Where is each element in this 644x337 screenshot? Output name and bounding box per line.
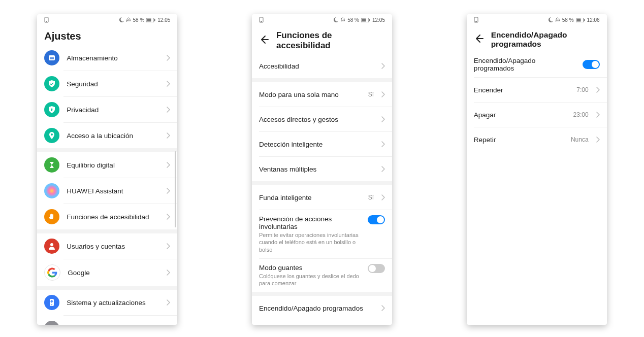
svg-rect-1: [46, 21, 47, 22]
toggle-switch[interactable]: [368, 215, 385, 224]
settings-row[interactable]: Modo para una sola manoSí: [252, 82, 392, 107]
about-icon: [44, 321, 59, 325]
back-arrow-icon: [259, 35, 269, 45]
row-value: Sí: [368, 194, 374, 201]
settings-row[interactable]: Ventanas múltiples: [252, 157, 392, 181]
row-subtitle: Colóquese los guantes y deslice el dedo …: [259, 273, 361, 287]
settings-row[interactable]: Accesibilidad: [252, 54, 392, 78]
page-title: Funciones de accesibilidad: [276, 30, 385, 51]
svg-rect-19: [261, 21, 262, 22]
chevron-right-icon: [381, 91, 385, 97]
row-label: Accesos directos y gestos: [259, 116, 374, 123]
battery-icon: [576, 18, 585, 22]
chevron-right-icon: [166, 188, 170, 194]
clock-text: 12:06: [587, 17, 600, 23]
settings-row[interactable]: Usuarios y cuentas: [37, 233, 177, 259]
row-label: Ventanas múltiples: [259, 165, 374, 173]
status-bar: 58 % 12:05: [252, 14, 392, 25]
svg-rect-29: [584, 19, 585, 21]
phone-accessibility: 58 % 12:05 Funciones de accesibilidad Ac…: [252, 14, 392, 325]
svg-rect-25: [475, 21, 477, 22]
chevron-right-icon: [381, 166, 385, 172]
moon-icon: [119, 17, 124, 22]
toggle-switch[interactable]: [583, 60, 600, 69]
settings-row[interactable]: Acerca del teléfono: [37, 316, 177, 325]
back-button[interactable]: [474, 33, 484, 46]
system-icon: [44, 295, 59, 310]
settings-row[interactable]: Encendido/Apagado programados: [252, 296, 392, 320]
chevron-right-icon: [381, 141, 385, 147]
chevron-right-icon: [166, 269, 170, 276]
row-label: Modo guantes: [259, 264, 361, 272]
battery-icon: [146, 18, 155, 22]
settings-row[interactable]: Google: [37, 259, 177, 286]
row-label: Encendido/Apagado programados: [259, 305, 374, 312]
row-value: Sí: [368, 91, 374, 98]
row-label: Detección inteligente: [259, 141, 374, 148]
alarm-off-icon: [555, 17, 560, 22]
row-label: Sistema y actualizaciones: [67, 299, 159, 307]
back-button[interactable]: [259, 35, 269, 47]
toggle-switch[interactable]: [368, 264, 385, 273]
chevron-right-icon: [166, 55, 170, 61]
svg-point-12: [44, 183, 59, 198]
row-label: Accesibilidad: [259, 62, 374, 70]
settings-row[interactable]: Modo guantesColóquese los guantes y desl…: [252, 259, 392, 292]
row-label: HUAWEI Assistant: [67, 187, 159, 195]
chevron-right-icon: [381, 63, 385, 69]
scrollbar[interactable]: [175, 151, 176, 227]
google-icon: [44, 264, 60, 281]
svg-rect-23: [369, 19, 370, 21]
phone-settings: 58 % 12:05 Ajustes AlmacenamientoSegurid…: [37, 14, 177, 325]
moon-icon: [548, 17, 553, 22]
settings-row[interactable]: Almacenamiento: [37, 45, 177, 71]
chevron-right-icon: [596, 137, 600, 143]
moon-icon: [333, 17, 338, 22]
settings-row[interactable]: Seguridad: [37, 71, 177, 96]
chevron-right-icon: [166, 162, 170, 168]
row-label: Prevención de acciones involuntarias: [259, 215, 361, 230]
row-label: Seguridad: [67, 80, 159, 88]
settings-row[interactable]: Encender7:00: [467, 78, 607, 102]
settings-row[interactable]: Sistema y actualizaciones: [37, 290, 177, 315]
settings-row[interactable]: Detección inteligente: [252, 132, 392, 156]
settings-row[interactable]: Equilibrio digital: [37, 152, 177, 178]
svg-point-15: [51, 305, 52, 306]
row-value: Nunca: [571, 136, 589, 143]
svg-rect-8: [50, 58, 54, 59]
row-value: 23:00: [573, 111, 589, 118]
svg-point-13: [50, 243, 53, 246]
settings-row[interactable]: Encendido/Apagado programados: [467, 52, 607, 77]
settings-row[interactable]: Privacidad: [37, 97, 177, 122]
battery-text: 58 %: [347, 17, 359, 23]
back-arrow-icon: [474, 33, 484, 44]
notification-icon: [474, 17, 478, 23]
settings-row[interactable]: Funciones de accesibilidad: [37, 204, 177, 229]
settings-row[interactable]: Acceso a la ubicación: [37, 123, 177, 148]
alarm-off-icon: [340, 17, 345, 22]
settings-row[interactable]: Prevención de acciones involuntariasPerm…: [252, 210, 392, 258]
svg-rect-28: [576, 18, 581, 21]
row-label: Equilibrio digital: [67, 161, 159, 169]
settings-row[interactable]: RepetirNunca: [467, 127, 607, 152]
svg-rect-10: [51, 110, 52, 111]
row-label: Acceso a la ubicación: [67, 132, 159, 140]
page-title: Ajustes: [44, 30, 81, 42]
chevron-right-icon: [596, 87, 600, 93]
storage-icon: [44, 50, 59, 65]
chevron-right-icon: [166, 132, 170, 139]
assistant-icon: [44, 183, 59, 198]
chevron-right-icon: [166, 243, 170, 249]
row-label: Funda inteligente: [259, 194, 361, 201]
svg-rect-6: [49, 55, 55, 60]
notification-icon: [259, 17, 264, 23]
settings-row[interactable]: Accesos directos y gestos: [252, 107, 392, 131]
chevron-right-icon: [596, 112, 600, 118]
settings-row[interactable]: Apagar23:00: [467, 103, 607, 127]
settings-row[interactable]: Funda inteligenteSí: [252, 185, 392, 210]
users-icon: [44, 239, 59, 254]
row-label: Repetir: [474, 136, 564, 144]
chevron-right-icon: [381, 116, 385, 122]
settings-row[interactable]: HUAWEI Assistant: [37, 178, 177, 204]
row-label: Modo para una sola mano: [259, 91, 361, 98]
